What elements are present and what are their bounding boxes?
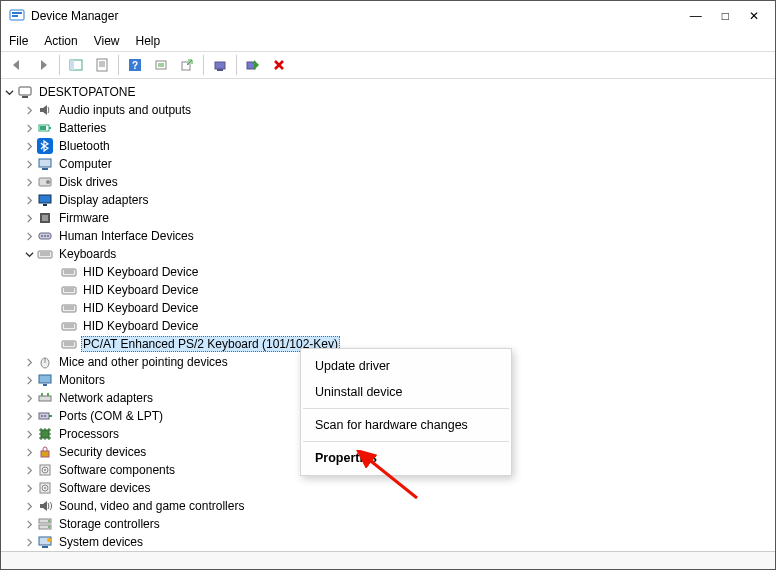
tree-category[interactable]: Disk drives [1,173,775,191]
software-icon [37,480,53,496]
svg-point-68 [44,469,46,471]
battery-icon [37,120,53,136]
sound-icon [37,498,53,514]
svg-text:?: ? [132,60,138,71]
tree-device[interactable]: HID Keyboard Device [1,263,775,281]
chevron-right-icon[interactable] [23,230,35,242]
system-icon [37,534,53,550]
uninstall-device-button[interactable] [208,54,232,76]
tree-category[interactable]: Computer [1,155,775,173]
node-label: Network adapters [57,391,155,405]
menu-view[interactable]: View [94,34,120,48]
svg-rect-31 [42,215,48,221]
properties-button[interactable] [90,54,114,76]
maximize-button[interactable]: □ [722,9,729,23]
enable-device-button[interactable] [241,54,265,76]
context-scan-hardware[interactable]: Scan for hardware changes [301,412,511,438]
forward-button[interactable] [31,54,55,76]
chevron-right-icon[interactable] [23,374,35,386]
tree-category[interactable]: Keyboards [1,245,775,263]
tree-category[interactable]: Batteries [1,119,775,137]
tree-category[interactable]: System devices [1,533,775,551]
node-label: Software devices [57,481,152,495]
tree-device[interactable]: HID Keyboard Device [1,317,775,335]
menu-action[interactable]: Action [44,34,77,48]
svg-point-34 [44,235,46,237]
chevron-down-icon[interactable] [3,86,15,98]
menubar: File Action View Help [1,31,775,51]
svg-point-35 [47,235,49,237]
tree-category[interactable]: Firmware [1,209,775,227]
svg-rect-58 [39,396,51,401]
storage-icon [37,516,53,532]
chevron-right-icon[interactable] [23,428,35,440]
context-properties[interactable]: Properties [301,445,511,471]
svg-rect-1 [12,12,22,14]
svg-rect-5 [97,59,107,71]
chevron-right-icon[interactable] [23,518,35,530]
back-button[interactable] [5,54,29,76]
chevron-right-icon[interactable] [23,104,35,116]
disable-device-button[interactable] [267,54,291,76]
chevron-right-icon[interactable] [23,536,35,548]
chevron-right-icon[interactable] [23,194,35,206]
tree-category[interactable]: Sound, video and game controllers [1,497,775,515]
chevron-right-icon[interactable] [23,446,35,458]
network-icon [37,390,53,406]
svg-point-71 [44,487,46,489]
keyboard-icon [61,282,77,298]
device-tree[interactable]: DESKTOPATONE Audio inputs and outputsBat… [1,79,775,551]
node-label: Processors [57,427,121,441]
toolbar: ? [1,51,775,79]
node-label: Mice and other pointing devices [57,355,230,369]
tree-category[interactable]: Bluetooth [1,137,775,155]
close-button[interactable]: ✕ [749,9,759,23]
tree-category[interactable]: Storage controllers [1,515,775,533]
tree-category[interactable]: Human Interface Devices [1,227,775,245]
node-label: Firmware [57,211,111,225]
node-label: DESKTOPATONE [37,85,137,99]
help-button[interactable]: ? [123,54,147,76]
titlebar[interactable]: Device Manager — □ ✕ [1,1,775,31]
hid-icon [37,228,53,244]
chevron-right-icon[interactable] [23,212,35,224]
chevron-right-icon[interactable] [23,176,35,188]
svg-rect-64 [41,430,49,438]
context-uninstall-device[interactable]: Uninstall device [301,379,511,405]
context-update-driver[interactable]: Update driver [301,353,511,379]
firmware-icon [37,210,53,226]
keyboard-icon [61,318,77,334]
svg-rect-18 [19,87,31,95]
update-driver-button[interactable] [175,54,199,76]
chevron-right-icon[interactable] [23,158,35,170]
keyboard-icon [61,336,77,352]
minimize-button[interactable]: — [690,9,702,23]
keyboard-icon [61,264,77,280]
computer-icon [37,156,53,172]
tree-root[interactable]: DESKTOPATONE [1,83,775,101]
tree-category[interactable]: Audio inputs and outputs [1,101,775,119]
tree-device[interactable]: HID Keyboard Device [1,281,775,299]
tree-device[interactable]: HID Keyboard Device [1,299,775,317]
menu-help[interactable]: Help [136,34,161,48]
scan-hardware-button[interactable] [149,54,173,76]
show-hide-button[interactable] [64,54,88,76]
chevron-right-icon[interactable] [23,464,35,476]
svg-rect-60 [47,393,49,396]
chevron-right-icon[interactable] [23,356,35,368]
chevron-down-icon[interactable] [23,248,35,260]
svg-point-27 [46,180,50,184]
chevron-right-icon[interactable] [23,140,35,152]
chevron-right-icon[interactable] [23,500,35,512]
svg-rect-2 [12,15,18,17]
tree-category[interactable]: Display adapters [1,191,775,209]
svg-rect-15 [215,62,225,69]
chevron-right-icon[interactable] [23,482,35,494]
menu-file[interactable]: File [9,34,28,48]
tree-category[interactable]: Software devices [1,479,775,497]
chevron-right-icon[interactable] [23,410,35,422]
status-bar [1,551,775,569]
chevron-right-icon[interactable] [23,392,35,404]
chevron-right-icon[interactable] [23,122,35,134]
svg-rect-22 [40,126,46,130]
